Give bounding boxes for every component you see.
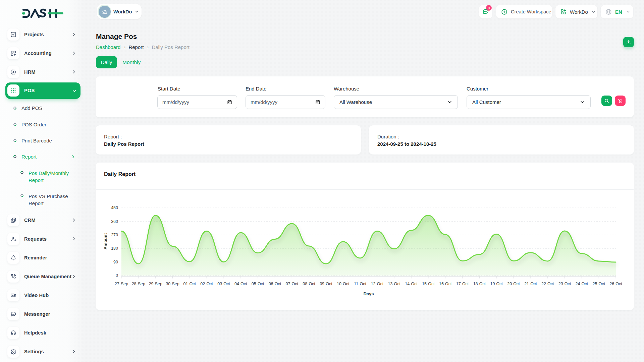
svg-text:450: 450 xyxy=(111,205,118,210)
svg-text:30-Sep: 30-Sep xyxy=(166,282,179,286)
svg-text:180: 180 xyxy=(111,246,118,251)
svg-text:25-Oct: 25-Oct xyxy=(592,282,605,286)
svg-text:01-Oct: 01-Oct xyxy=(183,282,196,286)
svg-text:27-Sep: 27-Sep xyxy=(115,282,128,286)
svg-text:11-Oct: 11-Oct xyxy=(354,282,366,286)
svg-text:270: 270 xyxy=(111,233,118,237)
svg-text:15-Oct: 15-Oct xyxy=(422,282,435,286)
svg-text:Days: Days xyxy=(363,291,374,296)
svg-text:03-Oct: 03-Oct xyxy=(217,282,230,286)
svg-text:09-Oct: 09-Oct xyxy=(320,282,332,286)
svg-text:16-Oct: 16-Oct xyxy=(439,282,452,286)
svg-text:90: 90 xyxy=(113,260,118,264)
svg-text:12-Oct: 12-Oct xyxy=(371,282,384,286)
svg-text:21-Oct: 21-Oct xyxy=(524,282,537,286)
svg-text:08-Oct: 08-Oct xyxy=(303,282,315,286)
svg-text:18-Oct: 18-Oct xyxy=(473,282,486,286)
svg-text:05-Oct: 05-Oct xyxy=(252,282,264,286)
svg-text:02-Oct: 02-Oct xyxy=(200,282,213,286)
svg-text:29-Sep: 29-Sep xyxy=(149,282,162,286)
svg-text:19-Oct: 19-Oct xyxy=(490,282,503,286)
svg-text:14-Oct: 14-Oct xyxy=(405,282,418,286)
svg-text:07-Oct: 07-Oct xyxy=(286,282,299,286)
svg-text:04-Oct: 04-Oct xyxy=(234,282,247,286)
svg-text:24-Oct: 24-Oct xyxy=(576,282,588,286)
svg-text:06-Oct: 06-Oct xyxy=(269,282,281,286)
svg-text:28-Sep: 28-Sep xyxy=(132,282,145,286)
svg-text:10-Oct: 10-Oct xyxy=(337,282,350,286)
svg-text:22-Oct: 22-Oct xyxy=(541,282,554,286)
svg-text:13-Oct: 13-Oct xyxy=(388,282,400,286)
svg-text:Amount: Amount xyxy=(103,233,108,250)
svg-text:17-Oct: 17-Oct xyxy=(456,282,469,286)
svg-text:20-Oct: 20-Oct xyxy=(507,282,520,286)
svg-text:23-Oct: 23-Oct xyxy=(558,282,571,286)
svg-text:0: 0 xyxy=(116,273,118,278)
svg-text:26-Oct: 26-Oct xyxy=(609,282,622,286)
svg-text:360: 360 xyxy=(111,219,118,224)
